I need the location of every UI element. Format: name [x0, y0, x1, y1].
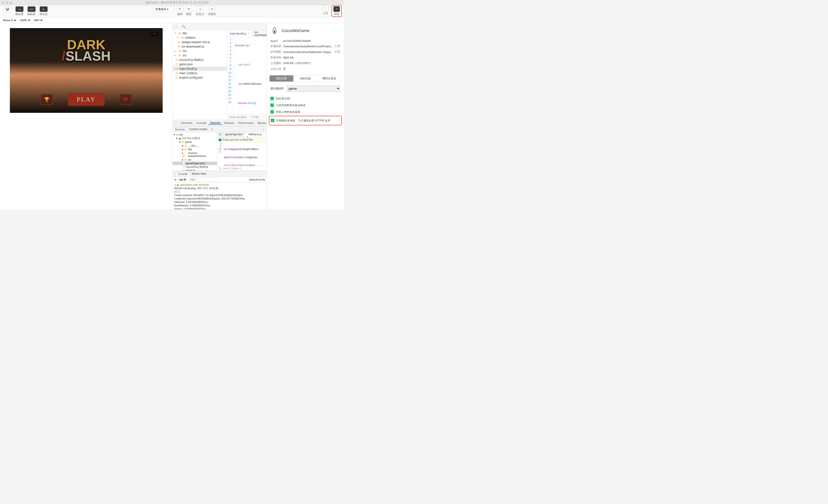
file-project-config[interactable]: project.config.json: [179, 76, 203, 79]
zoom-select[interactable]: 100%: [19, 18, 31, 22]
search-file-icon[interactable]: 🔍: [179, 25, 188, 28]
simulator-pane: ⋯ DARK /SLASH 🏆 PLAY 🛡: [0, 23, 172, 209]
shield-button[interactable]: 🛡: [120, 94, 132, 105]
console-context-select[interactable]: top: [178, 178, 187, 181]
window-title: darkslash - 微信开发者工具 Beta v1.10.1712040: [12, 0, 342, 5]
dt-more-icon[interactable]: »: [209, 128, 215, 131]
debuglib-select[interactable]: game: [286, 85, 340, 92]
folder-xmldom[interactable]: xmldom: [185, 36, 196, 39]
device-select[interactable]: Nexus 6: [2, 18, 17, 22]
background-button[interactable]: ⇥切后台: [195, 6, 205, 16]
upload-button[interactable]: ⇧上传: [321, 5, 329, 15]
file-weapp-adapter[interactable]: weapp-adapter-min.js: [181, 40, 210, 44]
devtools: ⬚ Elements Console Sources Network Perfo…: [173, 120, 266, 210]
line-numbers: 123456789101112131415161718: [227, 37, 233, 114]
open-localdir-link[interactable]: 打开: [333, 44, 340, 48]
open-fs-link[interactable]: 打开: [333, 50, 340, 54]
check-style-autocomplete[interactable]: ✓上传代码时样式自动补全: [270, 102, 340, 109]
add-file-icon[interactable]: +: [173, 25, 179, 28]
debugger-button[interactable]: ≡调试器: [38, 6, 49, 16]
appid-value: wx7ed7a33962154a99: [283, 39, 340, 42]
simulator-subtoolbar: Nexus 6 100% WiFi: [0, 17, 344, 23]
console-output[interactable]: ⚠ ▶ subcontext code not found Wechat Lib…: [173, 183, 266, 209]
folder-res[interactable]: res: [182, 49, 187, 53]
debuglib-label: 调试基础库: [270, 87, 284, 90]
whatsnew-tab[interactable]: What's New: [190, 172, 208, 175]
folder-src[interactable]: src: [182, 54, 187, 57]
play-button[interactable]: PLAY: [68, 93, 105, 106]
console-panel: ⋮ Console What's New ⊘ top Default level…: [173, 171, 266, 209]
dt-sub-sources[interactable]: Sources: [173, 128, 187, 131]
editor-status: /main.0ccd0.js7.2 KB: [227, 114, 266, 120]
dt-file-nav-icon[interactable]: ⊡: [217, 132, 223, 137]
clearcache-button[interactable]: ≋清缓存: [207, 6, 217, 16]
file-main0[interactable]: main.0ccd0.js: [179, 67, 197, 71]
details-panel: CocosWeGame AppIDwx7ed7a33962154a99 本地目录…: [266, 23, 344, 209]
dt-network[interactable]: Network: [222, 121, 236, 124]
game-menu-icon[interactable]: ⋯: [150, 32, 159, 37]
editor-tabs: main.0ccd0.js× wx-downloader.: [227, 30, 266, 37]
simulator-button[interactable]: ▭模拟器: [14, 6, 25, 16]
dt-footer: {}Line 1, Column 1: [217, 166, 266, 171]
dt-console[interactable]: Console: [195, 121, 208, 124]
dt-code-body[interactable]: 891011 var e=arguments.length>0&&vo save…: [217, 142, 266, 166]
project-icon-button[interactable]: 🐼: [2, 6, 13, 12]
console-filter-input[interactable]: [189, 178, 218, 181]
dt-elements[interactable]: Elements: [179, 121, 195, 124]
preview-button[interactable]: 👁预览: [184, 6, 193, 16]
main-toolbar: 🐼 ▭模拟器 </>编辑器 ≡调试器 普通编译 ▾ ⟳编译 👁预览 ⇥切后台 ≋…: [0, 5, 344, 17]
dt-tab-gamepage[interactable]: gamePage.html: [223, 132, 245, 137]
window-controls[interactable]: [2, 1, 12, 4]
detail-button[interactable]: ≡详情: [332, 6, 341, 16]
tab-domain-info[interactable]: 域名信息: [293, 75, 317, 82]
detail-tabs: 项目设置 域名信息 腾讯云状态: [270, 75, 341, 82]
console-tab[interactable]: Console: [175, 172, 190, 175]
check-no-verify-domain[interactable]: ✓不校验安全域名、TLS 版本以及 HTTPS 证书: [271, 117, 340, 124]
check-auto-compress[interactable]: ✓代码上传时自动压缩: [270, 109, 340, 115]
tab-tencent-cloud[interactable]: 腾讯云状态: [317, 75, 341, 82]
code-lines: (function () { 'use strict'; var isWeCha…: [233, 37, 263, 114]
tab-main[interactable]: main.0ccd0.js×: [227, 30, 252, 37]
dt-tab-wagame[interactable]: WAGame.js ×: [245, 132, 266, 137]
folder-libs[interactable]: libs: [182, 32, 187, 35]
inspect-icon[interactable]: ⬚: [173, 121, 179, 125]
file-wx-downloader[interactable]: wx-downloader.js: [181, 45, 204, 48]
console-levels[interactable]: Default levels: [249, 178, 265, 181]
dt-menu-icon[interactable]: ⋮: [260, 128, 266, 131]
code-body[interactable]: 123456789101112131415161718 (function ()…: [227, 37, 266, 114]
close-icon[interactable]: ×: [248, 32, 249, 35]
console-menu-icon[interactable]: ⋮: [173, 172, 175, 175]
dt-sources[interactable]: Sources: [208, 121, 222, 125]
project-logo-icon: [270, 27, 279, 35]
sources-tree[interactable]: ▾ ▭top ▾ ☁127.0.0.1:9973 ▾ 📁game ▸ 📁__de…: [173, 132, 217, 171]
tab-wxdl[interactable]: wx-downloader.: [252, 30, 266, 37]
game-title: DARK /SLASH: [62, 39, 111, 62]
network-select[interactable]: WiFi: [33, 18, 43, 22]
trophy-button[interactable]: 🏆: [41, 94, 53, 105]
dt-sub-content[interactable]: Content scripts: [187, 128, 209, 131]
file-cocos2d[interactable]: cocos2d-js.f6ddf.js: [179, 58, 204, 61]
game-preview[interactable]: ⋯ DARK /SLASH 🏆 PLAY 🛡: [10, 28, 163, 113]
check-es6[interactable]: ✓ES6 转 ES5: [270, 95, 340, 102]
compile-button[interactable]: ⟳编译: [176, 6, 184, 16]
file-tabs-bar: + 🔍: [173, 23, 266, 30]
clear-console-icon[interactable]: ⊘: [174, 178, 176, 181]
project-name: CocosWeGame: [282, 29, 309, 33]
tab-project-settings[interactable]: 项目设置: [270, 75, 293, 82]
compile-mode-select[interactable]: 普通编译 ▾: [153, 6, 173, 12]
editor-button[interactable]: </>编辑器: [26, 6, 37, 16]
file-main1[interactable]: main.1cddd.js: [179, 72, 197, 75]
titlebar: darkslash - 微信开发者工具 Beta v1.10.1712040: [0, 0, 344, 5]
file-game-json[interactable]: game.json: [179, 62, 193, 66]
dt-performance[interactable]: Performance: [236, 121, 255, 124]
prettify-banner[interactable]: iPretty-print this minified file?: [217, 138, 266, 142]
file-tree[interactable]: ▾📁libs ▸📁xmldom JSweapp-adapter-min.js J…: [173, 30, 227, 120]
